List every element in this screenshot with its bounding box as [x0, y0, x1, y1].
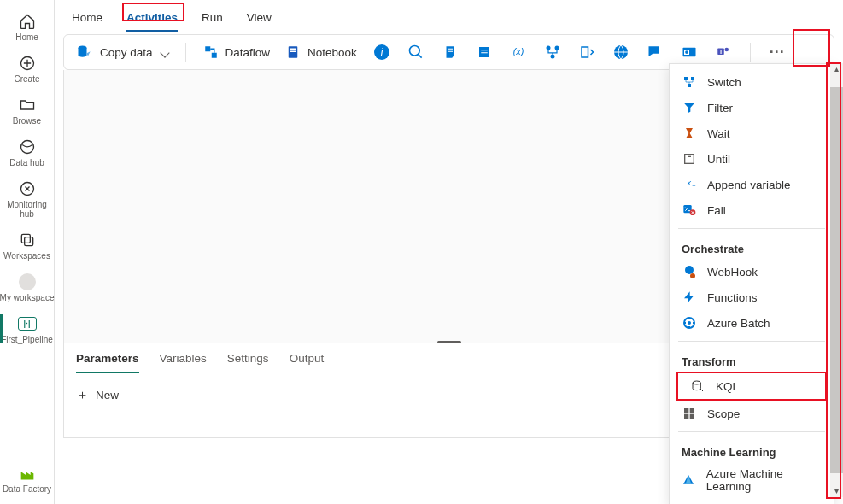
menu-run[interactable]: Run: [202, 6, 223, 31]
svg-rect-43: [690, 414, 694, 419]
svg-rect-30: [685, 155, 694, 164]
svg-rect-29: [688, 84, 691, 87]
notebook-label: Notebook: [307, 46, 357, 59]
dd-head-orchestrate: Orchestrate: [670, 234, 834, 259]
invoke-pipeline-icon[interactable]: [543, 43, 562, 62]
nav-factory[interactable]: Data Factory: [0, 460, 55, 504]
nav-myworkspace[interactable]: My workspace: [0, 267, 55, 309]
dd-kql[interactable]: KQL: [676, 372, 827, 401]
plus-circle-icon: [18, 54, 37, 73]
svg-text:+: +: [692, 182, 695, 190]
nav-create-label: Create: [14, 74, 39, 84]
copy-data-button[interactable]: Copy data: [76, 44, 168, 61]
svg-point-36: [690, 273, 695, 278]
info-icon[interactable]: i: [372, 43, 391, 62]
dd-filter[interactable]: Filter: [670, 95, 834, 120]
pipeline-icon: |⋅|: [18, 314, 37, 333]
nav-pipeline-label: First_Pipeline: [1, 335, 53, 344]
dataflow-button[interactable]: Dataflow: [203, 44, 271, 60]
tab-parameters[interactable]: Parameters: [76, 352, 139, 373]
new-parameter-label: New: [96, 389, 119, 401]
outlook-icon[interactable]: [680, 43, 699, 62]
svg-point-23: [685, 50, 688, 54]
lookup-icon[interactable]: [407, 43, 425, 62]
menu-view[interactable]: View: [247, 6, 272, 31]
nav-browse[interactable]: Browse: [0, 91, 55, 132]
svg-rect-10: [290, 51, 296, 53]
svg-rect-3: [21, 234, 30, 243]
svg-text:i: i: [381, 46, 383, 58]
data-factory-icon: [18, 466, 37, 484]
resize-handle[interactable]: [437, 341, 461, 343]
tab-variables[interactable]: Variables: [160, 352, 207, 373]
scroll-down-arrow[interactable]: ▾: [834, 485, 839, 497]
svg-rect-9: [290, 49, 296, 50]
dd-fail[interactable]: Fail: [670, 197, 834, 223]
switch-icon: [682, 74, 697, 90]
notebook-button[interactable]: Notebook: [285, 44, 357, 60]
teams-channel-icon[interactable]: [646, 43, 664, 62]
until-icon: [682, 151, 697, 167]
chevron-down-icon: [160, 46, 168, 59]
nav-workspaces[interactable]: Workspaces: [0, 226, 55, 267]
dd-switch[interactable]: Switch: [670, 69, 834, 95]
dataflow-icon: [203, 44, 219, 60]
teams-icon[interactable]: T: [714, 43, 733, 62]
dd-wait[interactable]: Wait: [670, 120, 834, 146]
nav-myworkspace-label: My workspace: [0, 293, 54, 302]
dd-scope[interactable]: Scope: [670, 401, 834, 426]
sproc-icon[interactable]: [475, 43, 494, 62]
svg-rect-27: [684, 77, 688, 80]
svg-point-39: [693, 381, 700, 384]
nav-browse-label: Browse: [13, 116, 41, 126]
more-activities-button[interactable]: ···: [768, 43, 787, 62]
svg-rect-42: [684, 414, 688, 419]
nav-home[interactable]: Home: [0, 7, 55, 49]
home-icon: [18, 12, 37, 31]
kql-icon: [690, 378, 705, 394]
azure-batch-icon: [682, 315, 697, 331]
tab-settings[interactable]: Settings: [227, 352, 269, 373]
dd-append-variable[interactable]: x+Append variable: [670, 172, 834, 197]
dd-azure-ml[interactable]: Azure Machine Learning: [670, 462, 834, 498]
delete-data-icon[interactable]: [577, 43, 596, 62]
svg-point-17: [554, 46, 559, 50]
svg-rect-6: [205, 46, 210, 51]
nav-create[interactable]: Create: [0, 49, 55, 91]
menu-activities[interactable]: Activities: [126, 6, 178, 31]
tab-output[interactable]: Output: [290, 352, 325, 373]
nav-monitoring[interactable]: Monitoring hub: [0, 174, 55, 226]
left-nav: Home Create Browse Data hub Monitoring h…: [0, 0, 55, 504]
dd-head-ml: Machine Learning: [670, 437, 834, 462]
svg-rect-14: [479, 47, 489, 57]
web-icon[interactable]: [612, 43, 630, 62]
dd-azure-batch[interactable]: Azure Batch: [670, 310, 834, 336]
nav-pipeline[interactable]: |⋅| First_Pipeline: [0, 309, 55, 351]
filter-icon: [682, 100, 697, 115]
nav-datahub-label: Data hub: [9, 158, 44, 167]
dd-webhook[interactable]: WebHook: [670, 259, 834, 284]
notebook-icon: [285, 44, 301, 60]
menu-home[interactable]: Home: [72, 6, 102, 31]
script-icon[interactable]: [441, 43, 460, 62]
svg-rect-19: [582, 47, 588, 57]
avatar-icon: [18, 273, 37, 291]
dd-until[interactable]: Until: [670, 146, 834, 172]
dd-functions[interactable]: Functions: [670, 284, 834, 310]
activities-more-dropdown: Switch Filter Wait Until x+Append variab…: [669, 63, 834, 504]
dd-head-transform: Transform: [670, 347, 834, 372]
menubar: Home Activities Run View: [55, 0, 843, 31]
scroll-up-arrow[interactable]: ▴: [834, 63, 839, 75]
svg-rect-7: [211, 53, 216, 58]
scroll-thumb[interactable]: [830, 87, 843, 473]
dataflow-label: Dataflow: [225, 46, 271, 59]
azure-ml-icon: [682, 472, 696, 488]
svg-point-16: [546, 46, 550, 50]
svg-rect-40: [684, 408, 688, 413]
nav-factory-label: Data Factory: [3, 484, 51, 494]
nav-datahub[interactable]: Data hub: [0, 132, 55, 174]
svg-point-38: [688, 321, 691, 325]
vertical-scrollbar[interactable]: ▴ ▾: [830, 63, 843, 497]
set-variable-icon[interactable]: (x): [509, 43, 528, 62]
copy-data-icon: [76, 44, 93, 61]
